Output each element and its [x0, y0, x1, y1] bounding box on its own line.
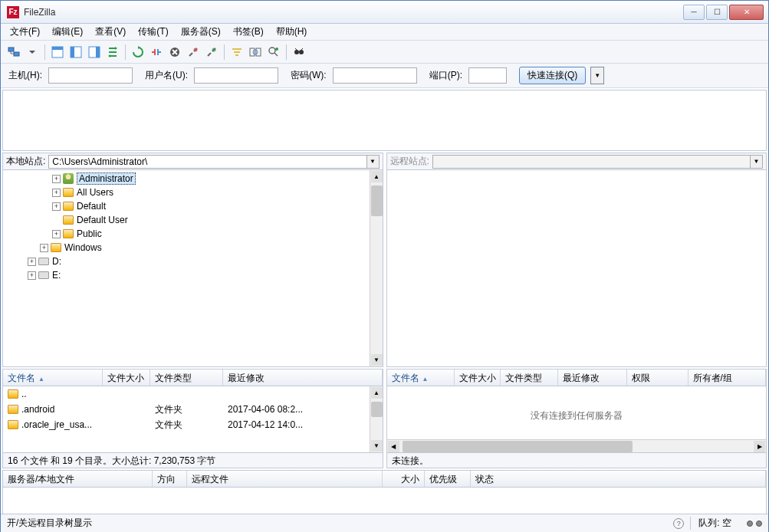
queue-header: 服务器/本地文件 方向 远程文件 大小 优先级 状态 — [3, 471, 766, 488]
port-input[interactable] — [468, 67, 507, 84]
expand-icon[interactable]: + — [52, 175, 61, 183]
close-button[interactable]: ✕ — [729, 5, 764, 20]
col-remote[interactable]: 远程文件 — [187, 471, 383, 487]
expand-icon[interactable]: + — [28, 271, 36, 280]
toggle-queue-icon[interactable] — [104, 44, 121, 61]
folder-icon — [8, 405, 18, 414]
svg-point-25 — [299, 50, 304, 54]
compare-icon[interactable] — [247, 44, 264, 61]
col-status[interactable]: 状态 — [471, 471, 766, 487]
col-name[interactable]: 文件名▲ — [3, 369, 103, 386]
quickconnect-button[interactable]: 快速连接(Q) — [519, 67, 586, 84]
file-row[interactable]: .android文件夹2017-04-06 08:2... — [3, 402, 383, 417]
toggle-remote-tree-icon[interactable] — [86, 44, 103, 61]
drive-icon — [38, 258, 49, 265]
tree-label: Administrator — [77, 172, 136, 185]
remote-tree[interactable] — [387, 170, 767, 366]
scrollbar-vertical[interactable]: ▲▼ — [370, 386, 383, 452]
remote-list-header: 文件名▲ 文件大小 文件类型 最近修改 权限 所有者/组 — [387, 369, 767, 386]
col-priority[interactable]: 优先级 — [425, 471, 471, 487]
expand-icon[interactable]: + — [52, 202, 61, 211]
remote-path-input[interactable] — [432, 155, 751, 169]
col-type[interactable]: 文件类型 — [150, 369, 223, 386]
help-icon[interactable]: ? — [673, 518, 684, 529]
file-row[interactable]: .. — [3, 386, 383, 402]
search-icon[interactable] — [291, 44, 307, 61]
folder-icon — [63, 188, 74, 197]
col-size[interactable]: 文件大小 — [103, 369, 150, 386]
refresh-icon[interactable] — [130, 44, 146, 61]
pass-input[interactable] — [333, 67, 417, 84]
tree-item[interactable]: Default User — [6, 213, 380, 227]
local-path-dropdown[interactable]: ▼ — [367, 155, 380, 169]
col-owner[interactable]: 所有者/组 — [688, 369, 767, 386]
toolbar — [1, 41, 768, 64]
tree-label: All Users — [77, 187, 113, 198]
cancel-icon[interactable] — [166, 44, 183, 61]
menubar: 文件(F) 编辑(E) 查看(V) 传输(T) 服务器(S) 书签(B) 帮助(… — [1, 24, 768, 41]
remote-path-dropdown[interactable]: ▼ — [751, 155, 763, 169]
tree-item[interactable]: +Public — [6, 227, 380, 241]
host-input[interactable] — [48, 67, 133, 84]
maximize-button[interactable]: ☐ — [706, 5, 728, 20]
tree-label: Windows — [64, 242, 102, 253]
filter-icon[interactable] — [228, 44, 245, 61]
toggle-local-tree-icon[interactable] — [67, 44, 84, 61]
col-name[interactable]: 文件名▲ — [387, 369, 455, 386]
dropdown-icon[interactable] — [24, 44, 41, 61]
process-queue-icon[interactable] — [148, 44, 165, 61]
svg-rect-1 — [14, 52, 19, 56]
expand-icon[interactable]: + — [28, 258, 36, 266]
menu-edit[interactable]: 编辑(E) — [46, 24, 89, 40]
sync-browse-icon[interactable] — [265, 44, 282, 61]
host-label: 主机(H): — [8, 69, 42, 82]
user-input[interactable] — [194, 67, 278, 84]
user-icon — [63, 173, 74, 184]
tree-item[interactable]: +D: — [6, 255, 380, 268]
scrollbar-horizontal[interactable]: ◀▶ — [387, 439, 767, 452]
local-path-input[interactable] — [48, 155, 366, 169]
tree-item[interactable]: +Windows — [6, 241, 380, 255]
expand-icon[interactable]: + — [52, 230, 61, 238]
col-modified[interactable]: 最近修改 — [558, 369, 627, 386]
col-server[interactable]: 服务器/本地文件 — [3, 471, 153, 487]
app-icon: Fz — [7, 6, 19, 18]
col-size[interactable]: 大小 — [383, 471, 425, 487]
minimize-button[interactable]: ─ — [683, 5, 705, 20]
tree-item[interactable]: +E: — [6, 268, 380, 282]
scrollbar-vertical[interactable]: ▲▼ — [370, 170, 383, 366]
col-modified[interactable]: 最近修改 — [223, 369, 383, 386]
remote-filelist[interactable]: 文件名▲ 文件大小 文件类型 最近修改 权限 所有者/组 没有连接到任何服务器 … — [386, 369, 767, 453]
svg-rect-6 — [52, 47, 63, 50]
file-type: 文件夹 — [150, 403, 223, 416]
col-dir[interactable]: 方向 — [153, 471, 187, 487]
col-size[interactable]: 文件大小 — [455, 369, 501, 386]
quickconnect-bar: 主机(H): 用户名(U): 密码(W): 端口(P): 快速连接(Q) ▼ — [1, 64, 768, 88]
expand-icon[interactable]: + — [40, 244, 48, 252]
drive-icon — [38, 271, 49, 279]
titlebar: Fz FileZilla ─ ☐ ✕ — [1, 1, 768, 24]
col-perm[interactable]: 权限 — [627, 369, 688, 386]
file-type: 文件夹 — [150, 419, 223, 432]
tree-item[interactable]: +Administrator — [6, 172, 380, 186]
folder-icon — [63, 229, 74, 238]
disconnect-icon[interactable] — [185, 44, 202, 61]
menu-transfer[interactable]: 传输(T) — [132, 24, 174, 40]
local-tree[interactable]: +Administrator+All Users+DefaultDefault … — [3, 170, 383, 366]
reconnect-icon[interactable] — [203, 44, 220, 61]
message-log[interactable] — [2, 90, 767, 151]
menu-bookmarks[interactable]: 书签(B) — [227, 24, 270, 40]
menu-server[interactable]: 服务器(S) — [175, 24, 227, 40]
expand-icon[interactable]: + — [52, 189, 61, 197]
menu-view[interactable]: 查看(V) — [89, 24, 132, 40]
local-filelist[interactable]: 文件名▲ 文件大小 文件类型 最近修改 ...android文件夹2017-04… — [2, 369, 383, 453]
col-type[interactable]: 文件类型 — [501, 369, 558, 386]
tree-item[interactable]: +Default — [6, 199, 380, 213]
menu-file[interactable]: 文件(F) — [4, 24, 46, 40]
file-row[interactable]: .oracle_jre_usa...文件夹2017-04-12 14:0... — [3, 417, 383, 432]
site-manager-icon[interactable] — [5, 44, 22, 61]
tree-item[interactable]: +All Users — [6, 186, 380, 199]
quickconnect-history-dropdown[interactable]: ▼ — [590, 67, 604, 84]
menu-help[interactable]: 帮助(H) — [270, 24, 314, 40]
toggle-log-icon[interactable] — [49, 44, 66, 61]
